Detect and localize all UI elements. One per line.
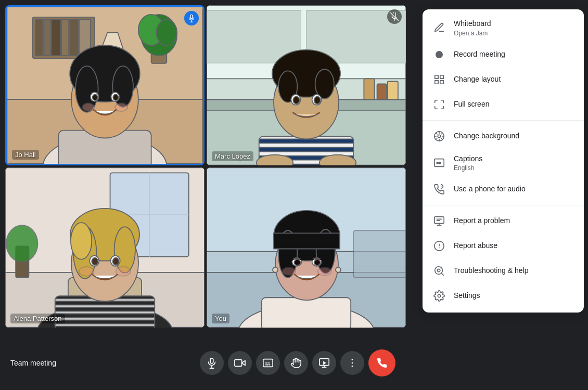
svg-rect-38 <box>377 84 387 99</box>
svg-point-99 <box>294 259 300 265</box>
svg-rect-124 <box>434 217 444 224</box>
record-text: Record meeting <box>454 49 573 60</box>
video-grid: Jo Hall <box>5 5 406 328</box>
record-icon <box>433 48 445 61</box>
video-tile-marc-lopez[interactable]: Marc Lopez <box>207 5 406 165</box>
menu-item-captions[interactable]: Captions English <box>423 149 584 177</box>
mic-button[interactable] <box>200 351 224 375</box>
menu-item-fullscreen[interactable]: Full screen <box>423 92 584 117</box>
video-tile-alena-patterson[interactable]: Alena Patterson <box>5 167 204 328</box>
svg-rect-42 <box>259 147 353 151</box>
participant-name-jo-hall: Jo Hall <box>12 150 39 160</box>
menu-item-troubleshooting[interactable]: Troubleshooting & help <box>423 258 584 283</box>
svg-rect-121 <box>440 80 443 83</box>
phone-audio-label: Use a phone for audio <box>454 184 573 194</box>
svg-point-83 <box>79 267 94 276</box>
fullscreen-label: Full screen <box>454 99 573 110</box>
svg-rect-5 <box>52 20 61 56</box>
menu-item-phone-audio[interactable]: Use a phone for audio <box>423 177 584 202</box>
svg-rect-4 <box>44 20 50 56</box>
record-label: Record meeting <box>454 49 573 60</box>
svg-rect-6 <box>61 20 69 56</box>
end-call-button[interactable] <box>368 349 395 376</box>
divider-2 <box>423 205 584 205</box>
svg-rect-3 <box>35 20 43 56</box>
menu-item-record[interactable]: Record meeting <box>423 42 584 67</box>
background-icon <box>433 130 445 142</box>
more-options-button[interactable] <box>340 351 364 375</box>
layout-text: Change layout <box>454 74 573 85</box>
svg-point-78 <box>71 223 92 259</box>
svg-rect-70 <box>55 311 155 314</box>
search-help-icon <box>433 265 445 277</box>
svg-point-116 <box>352 362 353 364</box>
svg-rect-37 <box>364 79 374 99</box>
fullscreen-icon <box>433 98 445 111</box>
svg-point-82 <box>113 258 119 265</box>
svg-point-84 <box>116 267 131 276</box>
svg-rect-120 <box>435 80 438 83</box>
svg-point-64 <box>6 225 37 262</box>
svg-point-117 <box>352 366 353 367</box>
video-tile-jo-hall[interactable]: Jo Hall <box>5 5 204 165</box>
svg-point-133 <box>438 294 441 297</box>
svg-rect-96 <box>274 233 340 249</box>
menu-item-whiteboard[interactable]: Whiteboard Open a Jam <box>423 14 584 42</box>
svg-rect-7 <box>70 20 78 56</box>
phone-audio-text: Use a phone for audio <box>454 184 573 194</box>
svg-rect-71 <box>55 318 155 320</box>
svg-rect-28 <box>190 15 193 18</box>
warning-icon <box>433 240 445 252</box>
gear-icon <box>433 290 445 302</box>
captions-label: Captions <box>454 154 573 164</box>
settings-text: Settings <box>454 291 573 301</box>
svg-line-131 <box>441 273 443 275</box>
report-problem-text: Report a problem <box>454 216 573 226</box>
context-menu: Whiteboard Open a Jam Record meeting Cha… <box>423 9 584 313</box>
svg-rect-69 <box>55 305 155 307</box>
svg-rect-119 <box>440 75 443 78</box>
svg-point-81 <box>92 258 98 265</box>
video-tile-you[interactable]: You <box>207 167 406 328</box>
toolbar-buttons <box>200 349 395 376</box>
svg-point-102 <box>318 267 331 276</box>
svg-point-103 <box>273 267 278 272</box>
menu-item-settings[interactable]: Settings <box>423 283 584 308</box>
svg-rect-88 <box>353 230 406 278</box>
troubleshooting-text: Troubleshooting & help <box>454 266 573 276</box>
layout-label: Change layout <box>454 74 573 85</box>
svg-point-122 <box>438 135 441 138</box>
camera-button[interactable] <box>228 351 252 375</box>
background-text: Change background <box>454 131 573 141</box>
whiteboard-label: Whiteboard <box>454 19 573 29</box>
captions-toolbar-button[interactable] <box>256 351 280 375</box>
layout-icon <box>433 73 445 86</box>
menu-item-change-layout[interactable]: Change layout <box>423 67 584 92</box>
svg-rect-105 <box>210 358 213 363</box>
svg-point-100 <box>314 259 321 265</box>
cc-icon <box>433 157 445 169</box>
whiteboard-text: Whiteboard Open a Jam <box>454 19 573 37</box>
svg-point-53 <box>314 97 321 104</box>
menu-item-report-abuse[interactable]: Report abuse <box>423 233 584 258</box>
muted-indicator <box>387 9 402 24</box>
svg-rect-109 <box>235 360 242 367</box>
background-label: Change background <box>454 131 573 141</box>
participant-name-marc-lopez: Marc Lopez <box>212 151 253 161</box>
meeting-toolbar: Team meeting <box>0 346 406 380</box>
meeting-name: Team meeting <box>10 359 56 367</box>
phone-audio-icon <box>433 183 445 196</box>
present-now-button[interactable] <box>312 351 336 375</box>
raise-hand-button[interactable] <box>284 351 308 375</box>
menu-item-report-problem[interactable]: Report a problem <box>423 209 584 233</box>
svg-rect-41 <box>259 139 353 143</box>
svg-point-12 <box>157 20 177 46</box>
captions-sublabel: English <box>454 164 573 172</box>
svg-point-26 <box>82 103 95 111</box>
fullscreen-text: Full screen <box>454 99 573 110</box>
menu-item-change-background[interactable]: Change background <box>423 124 584 149</box>
svg-rect-90 <box>262 297 351 328</box>
report-abuse-label: Report abuse <box>454 241 573 251</box>
flag-icon <box>433 215 445 227</box>
pencil-icon <box>433 21 445 34</box>
